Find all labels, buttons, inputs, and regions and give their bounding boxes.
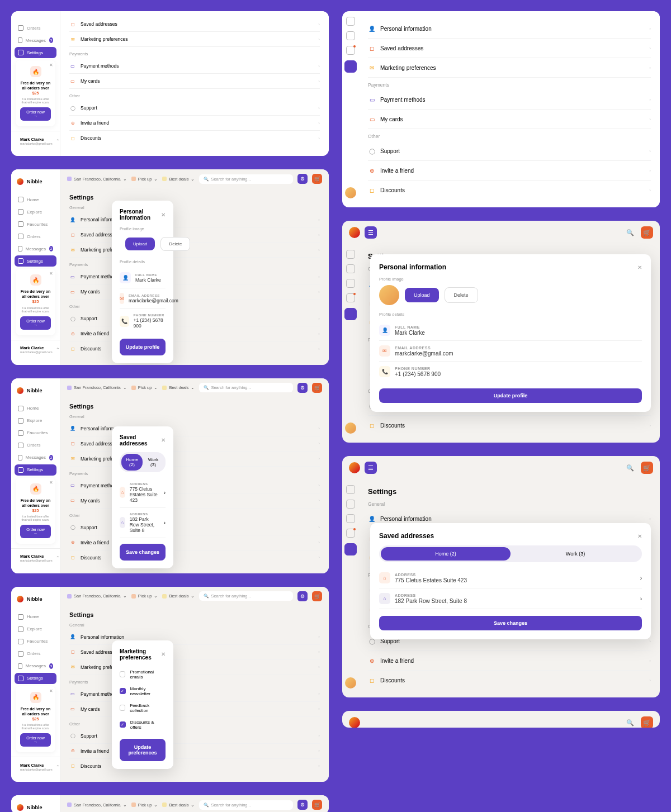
order-now-button[interactable]: Order now →: [20, 107, 51, 121]
invite-icon: ⊕: [69, 120, 76, 126]
row-saved[interactable]: ◻Saved addresses›: [69, 17, 320, 32]
tab-work[interactable]: Work (3): [511, 547, 640, 561]
delete-button[interactable]: Delete: [160, 237, 190, 251]
saved-addresses-modal: Saved addresses✕ Home (2)Work (3) ⌂ADDRE…: [370, 523, 651, 639]
nav-settings[interactable]: Settings: [15, 255, 56, 267]
mail-icon: ✉: [69, 36, 76, 42]
promo-card: ✕ 🔥 Free delivery onall orders over $25 …: [16, 269, 55, 335]
close-icon[interactable]: ✕: [161, 212, 166, 218]
rail-settings-icon[interactable]: [344, 60, 357, 73]
desktop-settings-partial: Orders Messages3 Settings ✕ 🔥 Free deliv…: [11, 11, 329, 156]
row-payment[interactable]: ▭Payment methods›: [69, 59, 320, 74]
delete-button[interactable]: Delete: [445, 287, 478, 303]
mobile-personal-modal: ☰🔍🛒 Settings General 👤› ◻› ✉› Payments ▭…: [342, 221, 660, 443]
mobile-saved-modal: ☰🔍🛒 Settings General 👤Personal informati…: [342, 456, 660, 697]
close-icon[interactable]: ✕: [49, 271, 53, 276]
nav-messages[interactable]: Messages3: [15, 35, 56, 46]
address-row[interactable]: ⌂ADDRESS775 Cletus Estates Suite 423›: [120, 478, 166, 508]
page-title: Settings: [69, 194, 320, 201]
home-icon: ⌂: [120, 517, 125, 528]
settings-icon: [18, 50, 23, 55]
mobile-partial: 🔍🛒: [342, 711, 660, 728]
row-marketing[interactable]: ✉Marketing preferences›: [69, 32, 320, 47]
messages-icon: [18, 37, 22, 43]
brand: Nibble: [11, 175, 60, 188]
row-cards[interactable]: ▭My cards›: [69, 74, 320, 89]
nav-home[interactable]: Home: [15, 194, 56, 205]
checkbox-promo[interactable]: Promotional emails: [120, 666, 166, 683]
checkbox-discounts[interactable]: ✓Discounts & offers: [120, 716, 166, 733]
saved-addresses-modal: Saved addresses✕ Home (2)Work (3) ⌂ADDRE…: [112, 426, 173, 568]
update-prefs-button[interactable]: Update preferences: [120, 739, 166, 761]
chevron-right-icon: ›: [318, 22, 320, 27]
section-other: Other: [69, 93, 320, 98]
ticket-icon: ◻: [69, 135, 76, 141]
menu-button[interactable]: ☰: [365, 226, 377, 239]
tab-home[interactable]: Home (2): [121, 454, 143, 471]
nav-favourites[interactable]: Favourites: [15, 219, 56, 230]
save-changes-button[interactable]: Save changes: [120, 544, 166, 561]
personal-info-modal: Personal information✕ Profile image Uplo…: [370, 254, 651, 412]
checkbox-newsletter[interactable]: ✓Monthly newsletter: [120, 683, 166, 700]
nav-orders[interactable]: Orders: [15, 231, 56, 242]
cart-button[interactable]: 🛒: [312, 174, 322, 184]
nav-explore[interactable]: Explore: [15, 206, 56, 217]
location-chip[interactable]: San Francisco, California ⌄: [67, 177, 127, 182]
row-support[interactable]: ◯Support›: [69, 101, 320, 116]
logo-icon: [17, 178, 23, 185]
row-invite[interactable]: ⊕Invite a friend›: [69, 116, 320, 131]
desktop-saved-modal: Nibble Home Explore Favourites Orders Me…: [11, 378, 329, 573]
upload-button[interactable]: Upload: [405, 288, 439, 302]
nav-orders[interactable]: Orders: [15, 22, 56, 34]
marketing-prefs-modal: Marketing preferences✕ Promotional email…: [112, 640, 173, 769]
avatar[interactable]: [345, 187, 356, 198]
rail-bookmark-icon[interactable]: [346, 17, 355, 26]
desktop-partial-bottom: Nibble San Francisco, California ⌄Pick u…: [11, 795, 329, 812]
tab-home[interactable]: Home (2): [381, 547, 511, 561]
deals-chip[interactable]: Best deals ⌄: [162, 177, 195, 182]
user-menu[interactable]: Mark Clarkemarkclarke@gmail.com⌃⌄: [11, 340, 60, 359]
orders-icon: [18, 25, 23, 31]
address-row[interactable]: ⌂ADDRESS182 Park Row Street, Suite 8›: [120, 508, 166, 538]
rail-doc-icon[interactable]: [346, 31, 355, 40]
cart-button[interactable]: 🛒: [641, 226, 653, 239]
personal-info-modal: Personal information✕ Profile image Uplo…: [112, 201, 173, 363]
search-input[interactable]: 🔍 Search for anything...: [199, 174, 293, 184]
nav-settings[interactable]: Settings: [15, 47, 56, 58]
phone-icon: 📞: [120, 316, 129, 327]
update-profile-button[interactable]: Update profile: [120, 339, 166, 355]
update-profile-button[interactable]: Update profile: [379, 388, 642, 403]
logo-icon: [349, 227, 360, 238]
nav-messages[interactable]: Messages2: [15, 243, 56, 254]
desktop-marketing-modal: Nibble Home Explore Favourites Orders Me…: [11, 587, 329, 782]
mail-icon: ✉: [120, 293, 124, 304]
topbar: San Francisco, California ⌄ Pick up ⌄ Be…: [60, 169, 329, 188]
pickup-chip[interactable]: Pick up ⌄: [131, 177, 158, 182]
card-icon: ▭: [69, 63, 76, 69]
desktop-personal-modal: Nibble Home Explore Favourites Orders Me…: [11, 169, 329, 364]
mobile-settings: 👤Personal information› ◻Saved addresses›…: [342, 11, 660, 207]
support-icon: ◯: [69, 105, 76, 111]
row-discounts[interactable]: ◻Discounts›: [69, 131, 320, 145]
home-icon: ⌂: [120, 487, 125, 498]
user-icon: 👤: [120, 272, 131, 283]
filter-button[interactable]: ⚙: [297, 174, 308, 184]
save-changes-button[interactable]: Save changes: [379, 616, 642, 630]
promo-card: ✕ 🔥 Free delivery onall orders over $25 …: [16, 60, 55, 126]
section-payments: Payments: [69, 51, 320, 56]
checkbox-feedback[interactable]: Feedback collection: [120, 700, 166, 716]
rail-mail-icon[interactable]: [346, 46, 355, 55]
order-now-button[interactable]: Order now →: [20, 316, 51, 330]
upload-button[interactable]: Upload: [125, 238, 155, 250]
bookmark-icon: ◻: [69, 21, 76, 27]
messages-badge: 3: [49, 37, 53, 43]
tab-work[interactable]: Work (3): [143, 454, 164, 471]
user-menu[interactable]: Mark Clarkemarkclarke@gmail.com ⌃⌄: [11, 131, 60, 150]
close-icon[interactable]: ✕: [49, 63, 53, 68]
mobile-rail: [342, 11, 359, 207]
cards-icon: ▭: [69, 78, 76, 84]
fire-icon: 🔥: [30, 66, 41, 77]
search-button[interactable]: 🔍: [624, 226, 636, 239]
